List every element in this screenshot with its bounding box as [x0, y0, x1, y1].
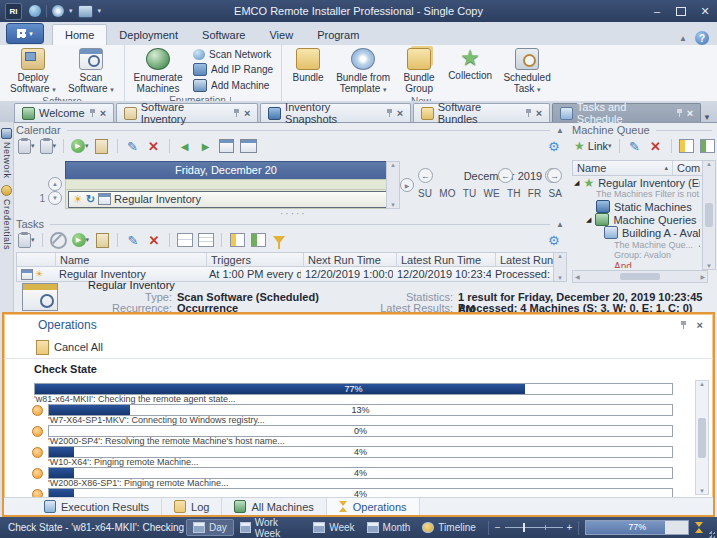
layout-1-button[interactable]: [679, 138, 695, 154]
tab-tasks-and-schedule[interactable]: Tasks and Schedule×: [552, 103, 701, 122]
edit-task-icon[interactable]: ✎: [125, 232, 141, 248]
preview-pane-button[interactable]: [229, 232, 245, 248]
zoom-in-icon[interactable]: +: [567, 522, 573, 533]
pin-panel-icon[interactable]: [680, 321, 687, 329]
enumerate-machines-button[interactable]: Enumerate Machines: [129, 47, 187, 94]
tasks-settings-gear-icon[interactable]: ⚙: [548, 233, 560, 248]
collection-button[interactable]: ★ Collection: [442, 47, 498, 81]
column-triggers[interactable]: Triggers: [207, 253, 304, 267]
edit-queue-icon[interactable]: ✎: [627, 138, 643, 154]
deploy-quick-icon[interactable]: [52, 5, 64, 17]
calendar-vertical-scrollbar[interactable]: ▲▼: [386, 161, 400, 209]
tree-item-static-machines[interactable]: Static Machines: [574, 200, 700, 213]
tab-execution-results[interactable]: Execution Results: [32, 498, 162, 515]
stop-task-icon[interactable]: [50, 232, 67, 248]
machine-icon[interactable]: [29, 5, 41, 17]
scroll-down-circle-icon[interactable]: ▼: [48, 191, 62, 205]
filter-icon[interactable]: [271, 232, 287, 248]
delete-task-icon[interactable]: ✕: [146, 232, 162, 248]
queue-vertical-scrollbar[interactable]: ▲▼: [702, 160, 716, 270]
edit-task-icon[interactable]: ✎: [125, 138, 141, 154]
rail-tab-credentials[interactable]: Credentials: [0, 179, 13, 250]
collapse-ribbon-icon[interactable]: ▲: [679, 34, 687, 43]
goto-today-button[interactable]: [219, 138, 235, 154]
pin-icon[interactable]: [676, 109, 683, 117]
close-tab-icon[interactable]: ×: [244, 108, 250, 118]
calendar-hour-row[interactable]: ☀ ↻ Regular Inventory: [65, 189, 391, 209]
view-day-button[interactable]: Day: [186, 519, 234, 536]
collapse-tasks-icon[interactable]: ▲: [556, 220, 564, 229]
screen-icon[interactable]: [78, 5, 93, 18]
add-machine-button[interactable]: Add Machine: [193, 79, 273, 92]
collapse-note-icon[interactable]: ▴: [699, 241, 700, 249]
expander-icon[interactable]: ◢: [574, 179, 579, 187]
ribbon-tab-program[interactable]: Program: [305, 25, 371, 45]
zoom-out-icon[interactable]: −: [495, 522, 501, 533]
tree-item-building-a[interactable]: Building A - Aval...: [574, 226, 700, 239]
application-menu-button[interactable]: ▾: [6, 23, 44, 44]
close-panel-icon[interactable]: ×: [697, 320, 703, 330]
bundle-button[interactable]: Bundle: [286, 47, 330, 83]
previous-year-icon[interactable]: ←: [498, 168, 513, 183]
next-year-icon[interactable]: →: [547, 168, 562, 183]
quick-access-dropdown-icon[interactable]: ▾: [98, 7, 102, 15]
run-task-button[interactable]: ▶▾: [72, 232, 90, 248]
calendar-day-header[interactable]: Friday, December 20: [65, 161, 387, 180]
deploy-software-button[interactable]: Deploy Software ▾: [4, 47, 62, 95]
calendar-event[interactable]: ☀ ↻ Regular Inventory: [68, 191, 388, 208]
next-day-icon[interactable]: ▶: [198, 138, 214, 154]
view-work-week-button[interactable]: Work Week: [234, 515, 307, 538]
calendar-settings-gear-icon[interactable]: ⚙: [548, 139, 560, 154]
tasks-vertical-scrollbar[interactable]: ▲▼: [553, 252, 567, 282]
pin-icon[interactable]: [89, 109, 96, 117]
queue-column-name[interactable]: Name▴: [573, 161, 673, 175]
tree-item-machine-queries[interactable]: ◢ Machine Queries (N...: [574, 213, 700, 226]
run-task-button[interactable]: ▶▾: [71, 138, 89, 154]
navigator-year[interactable]: 2019: [518, 170, 542, 182]
tab-welcome[interactable]: Welcome×: [14, 103, 114, 122]
add-ip-range-button[interactable]: Add IP Range: [193, 63, 273, 76]
delete-task-icon[interactable]: ✕: [146, 138, 162, 154]
tab-inventory-snapshots[interactable]: Inventory Snapshots×: [260, 103, 411, 122]
tree-item-regular-inventory[interactable]: ◢ ★ Regular Inventory (Emb...: [574, 176, 700, 189]
previous-month-icon[interactable]: ←: [418, 168, 433, 183]
view-mode-button[interactable]: [240, 138, 257, 154]
ribbon-tab-deployment[interactable]: Deployment: [107, 25, 190, 45]
resize-grip[interactable]: [708, 530, 715, 538]
rail-tab-network[interactable]: Network: [0, 122, 13, 179]
navigator-collapse-icon[interactable]: ▶: [400, 178, 414, 192]
minimize-button[interactable]: –: [645, 2, 669, 20]
close-tab-icon[interactable]: ×: [687, 108, 693, 118]
bundle-from-template-button[interactable]: Bundle from Template ▾: [330, 47, 396, 95]
view-timeline-button[interactable]: Timeline: [416, 520, 481, 535]
column-name[interactable]: Name: [56, 253, 207, 267]
tab-overflow-icon[interactable]: ▼: [703, 113, 711, 122]
column-latest-run-result[interactable]: Latest Run Result: [496, 253, 553, 267]
tab-all-machines[interactable]: All Machines: [222, 498, 326, 515]
expander-icon[interactable]: ◢: [586, 216, 591, 224]
view-week-button[interactable]: Week: [307, 520, 360, 535]
task-report-button[interactable]: [94, 232, 110, 248]
list-view-button[interactable]: [177, 232, 193, 248]
ribbon-tab-home[interactable]: Home: [52, 24, 107, 45]
pin-icon[interactable]: [233, 109, 240, 117]
scan-network-button[interactable]: Scan Network: [193, 49, 273, 60]
tab-software-bundles[interactable]: Software Bundles×: [413, 103, 550, 122]
operations-vertical-scrollbar[interactable]: ▲▼: [695, 380, 709, 495]
column-next-run-time[interactable]: Next Run Time: [304, 253, 397, 267]
bundle-group-button[interactable]: Bundle Group: [396, 47, 442, 94]
close-tab-icon[interactable]: ×: [397, 108, 403, 118]
previous-day-icon[interactable]: ◀: [177, 138, 193, 154]
close-button[interactable]: ✕: [693, 2, 717, 20]
tab-log[interactable]: Log: [162, 498, 222, 515]
maximize-button[interactable]: [669, 2, 693, 20]
help-icon[interactable]: ?: [695, 31, 709, 45]
delete-queue-icon[interactable]: ✕: [648, 138, 664, 154]
link-button[interactable]: ★ Link▾: [574, 138, 612, 154]
ribbon-tab-software[interactable]: Software: [190, 25, 257, 45]
new-task-button[interactable]: ▾: [18, 138, 35, 154]
column-latest-run-time[interactable]: Latest Run Time: [397, 253, 496, 267]
ribbon-tab-view[interactable]: View: [257, 25, 305, 45]
zoom-slider[interactable]: − +: [495, 522, 573, 533]
scan-software-button[interactable]: Scan Software ▾: [62, 47, 120, 95]
